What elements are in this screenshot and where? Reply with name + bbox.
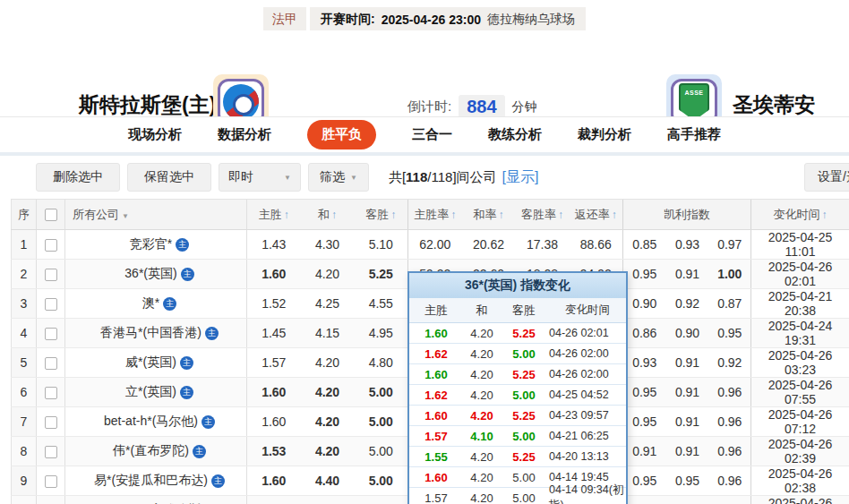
row-select-cell	[37, 496, 65, 504]
change-time: 2025-04-21 20:38	[751, 289, 849, 319]
company-cell[interactable]: 香港马*(中国香港)主	[65, 319, 247, 348]
change-time: 2025-04-26 03:23	[751, 348, 849, 378]
row-checkbox[interactable]	[45, 239, 57, 252]
company-cell[interactable]: 易*(安提瓜和巴布达)主	[65, 466, 247, 496]
page: 法甲 开赛时间: 2025-04-26 23:00 德拉梅纳乌球场 斯特拉斯堡(…	[0, 0, 849, 504]
popup-change-time: 04-14 19:45	[547, 471, 626, 483]
tab-6[interactable]: 裁判分析	[578, 126, 631, 143]
count-prefix: 共[	[389, 169, 406, 184]
row-checkbox[interactable]	[45, 387, 57, 399]
delete-selected-button[interactable]: 删除选中	[36, 163, 120, 192]
popup-row: 1.624.205.0004-25 04:52	[409, 385, 626, 406]
popup-away-odds: 5.25	[501, 409, 547, 423]
header-payout-rate[interactable]: 返还率↑	[570, 200, 623, 230]
away-odds: 5.00	[355, 407, 408, 437]
popup-home-odds: 1.60	[409, 409, 463, 423]
company-cell[interactable]: Interwet*(塞浦路斯)主	[65, 496, 247, 504]
row-checkbox[interactable]	[45, 416, 57, 429]
draw-odds: 4.20	[301, 407, 355, 437]
header-away-odds[interactable]: 客胜↑	[355, 200, 408, 230]
tab-4[interactable]: 三合一	[412, 126, 452, 143]
tab-3[interactable]: 胜平负	[307, 120, 376, 149]
header-away-rate[interactable]: 客胜率↑	[516, 200, 570, 230]
popup-header-home: 主胜	[409, 303, 463, 319]
home-badge-icon: 主	[180, 356, 193, 370]
kickoff-time: 2025-04-26 23:00	[382, 13, 481, 27]
row-checkbox[interactable]	[45, 475, 57, 488]
company-cell[interactable]: bet-at-h*(马尔他)主	[65, 407, 247, 437]
row-index: 9	[12, 466, 37, 496]
home-odds: 1.45	[247, 319, 301, 348]
draw-odds: 4.40	[301, 466, 355, 496]
tab-5[interactable]: 教练分析	[488, 126, 542, 143]
kelly-1: 0.85	[623, 230, 666, 260]
settings-select-button[interactable]: 设置/选择	[804, 163, 849, 192]
home-odds: 1.43	[247, 230, 301, 260]
header-company[interactable]: 所有公司▼	[65, 200, 247, 230]
company-cell[interactable]: 伟*(直布罗陀)主	[65, 437, 247, 466]
select-all-checkbox[interactable]	[45, 209, 57, 221]
kelly-2: 0.92	[666, 289, 709, 319]
home-badge-icon: 主	[205, 327, 219, 340]
tab-2[interactable]: 数据分析	[218, 126, 271, 143]
company-name: 伟*(直布罗陀)	[113, 443, 189, 457]
kelly-2: 0.91	[666, 437, 709, 466]
popup-header-time: 变化时间	[547, 303, 626, 318]
tab-1[interactable]: 现场分析	[128, 126, 182, 143]
row-checkbox[interactable]	[45, 357, 57, 370]
away-odds: 5.00	[355, 378, 408, 407]
kelly-1: 0.95	[623, 466, 666, 496]
popup-row: 1.574.205.0004-14 09:34(初指)	[409, 488, 626, 504]
instant-dropdown[interactable]: 即时 ▼	[219, 163, 301, 192]
change-time: 2025-04-26 02:38	[751, 466, 849, 496]
popup-home-odds: 1.60	[409, 327, 463, 340]
popup-away-odds: 5.25	[501, 327, 547, 340]
show-link[interactable]: [显示]	[502, 168, 539, 187]
header-draw-rate[interactable]: 和率↑	[462, 200, 516, 230]
header-home-rate[interactable]: 主胜率↑	[408, 200, 462, 230]
row-checkbox[interactable]	[45, 298, 57, 311]
popup-home-odds: 1.60	[409, 368, 463, 381]
company-cell[interactable]: 立*(英国)主	[65, 378, 247, 407]
sort-up-icon: ↑	[612, 209, 617, 221]
row-select-cell	[37, 348, 65, 378]
popup-change-time: 04-14 09:34(初指)	[547, 483, 626, 504]
company-cell[interactable]: 36*(英国)主	[65, 260, 247, 289]
kelly-2: 0.93	[666, 230, 709, 260]
company-cell[interactable]: 威*(英国)主	[65, 348, 247, 378]
filter-dropdown[interactable]: 筛选 ▼	[308, 163, 369, 192]
company-cell[interactable]: 澳*主	[65, 289, 247, 319]
away-crest-text: ASSE	[684, 90, 703, 119]
row-select-cell	[37, 466, 65, 496]
popup-draw-odds: 4.20	[463, 471, 501, 484]
kelly-3: 0.97	[709, 230, 751, 260]
popup-away-odds: 5.00	[501, 471, 547, 484]
popup-away-odds: 5.00	[501, 430, 547, 443]
company-name: 香港马*(中国香港)	[100, 325, 202, 339]
home-odds: 1.60	[247, 260, 301, 289]
popup-home-odds: 1.57	[409, 491, 463, 504]
row-checkbox[interactable]	[45, 328, 57, 340]
kelly-3: 0.96	[709, 466, 751, 496]
header-select-all	[37, 200, 65, 230]
company-name: 澳*	[142, 295, 159, 310]
row-checkbox[interactable]	[45, 446, 57, 458]
popup-row: 1.554.205.2504-20 13:13	[409, 447, 626, 467]
header-home-odds[interactable]: 主胜↑	[247, 200, 301, 230]
row-checkbox[interactable]	[45, 269, 57, 281]
row-select-cell	[37, 378, 65, 407]
keep-selected-button[interactable]: 保留选中	[127, 163, 211, 192]
home-odds: 1.53	[247, 437, 301, 466]
chevron-down-icon: ▼	[284, 174, 291, 182]
row-index: 8	[12, 437, 37, 466]
popup-home-odds: 1.60	[409, 471, 463, 484]
header-draw-odds[interactable]: 和↑	[301, 200, 355, 230]
kelly-1: 0.93	[623, 348, 666, 378]
home-odds: 1.60	[247, 496, 301, 504]
header-change-time[interactable]: 变化时间↑	[751, 200, 849, 230]
count-suffix: /118]间公司	[427, 169, 496, 184]
header-draw-rate-label: 和率	[474, 208, 497, 221]
away-odds: 5.10	[355, 230, 408, 260]
company-cell[interactable]: 竞彩官*主	[65, 230, 247, 260]
tab-7[interactable]: 高手推荐	[667, 126, 721, 143]
